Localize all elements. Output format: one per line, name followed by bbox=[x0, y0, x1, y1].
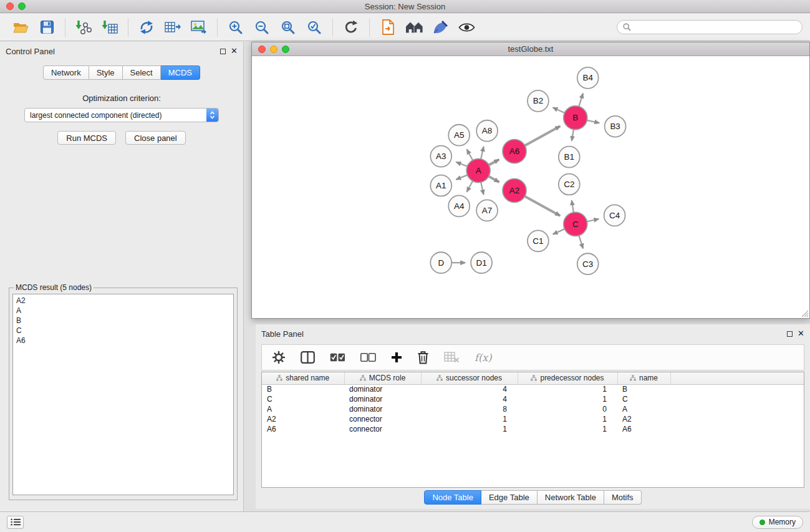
graph-node-B4[interactable]: B4 bbox=[577, 67, 599, 89]
tab-motifs[interactable]: Motifs bbox=[604, 490, 642, 505]
table-row[interactable]: Bdominator41B bbox=[262, 384, 804, 394]
import-network-button[interactable] bbox=[74, 17, 94, 38]
delete-table-button[interactable] bbox=[444, 348, 460, 367]
column-header-predecessor-nodes[interactable]: predecessor nodes bbox=[518, 372, 617, 384]
zoom-selected-button[interactable] bbox=[304, 17, 324, 38]
close-network-window-button[interactable] bbox=[258, 46, 266, 53]
graph-node-B3[interactable]: B3 bbox=[605, 116, 626, 137]
table-row[interactable]: A2connector11A2 bbox=[262, 414, 804, 424]
graph-node-B1[interactable]: B1 bbox=[559, 147, 580, 168]
tab-network-table[interactable]: Network Table bbox=[538, 490, 604, 505]
node-table[interactable]: shared nameMCDS rolesuccessor nodesprede… bbox=[261, 372, 804, 488]
zoom-window-button[interactable] bbox=[18, 2, 26, 10]
graph-node-B[interactable]: B bbox=[564, 106, 587, 130]
export-table-button[interactable] bbox=[163, 17, 183, 38]
graph-node-A[interactable]: A bbox=[466, 159, 490, 183]
tab-node-table[interactable]: Node Table bbox=[424, 490, 481, 505]
table-row[interactable]: Adominator80A bbox=[262, 404, 804, 414]
mcds-result-item[interactable]: A6 bbox=[16, 336, 230, 346]
tab-mcds[interactable]: MCDS bbox=[161, 65, 200, 80]
import-table-button[interactable] bbox=[100, 17, 120, 38]
float-table-panel-icon[interactable] bbox=[787, 331, 793, 337]
graph-edge-B-B2[interactable] bbox=[553, 107, 565, 113]
graph-edge-A6-B[interactable] bbox=[525, 126, 561, 145]
search-box[interactable] bbox=[617, 20, 803, 34]
graph-node-A5[interactable]: A5 bbox=[448, 125, 470, 146]
close-panel-button[interactable]: Close panel bbox=[125, 131, 186, 145]
mcds-result-item[interactable]: B bbox=[16, 316, 230, 326]
graph-node-A2[interactable]: A2 bbox=[503, 179, 526, 203]
mcds-result-list[interactable]: A2ABCA6 bbox=[12, 294, 234, 495]
export-image-button[interactable] bbox=[189, 17, 209, 38]
column-header-shared-name[interactable]: shared name bbox=[262, 372, 344, 384]
graph-node-A4[interactable]: A4 bbox=[448, 195, 470, 216]
graph-node-C[interactable]: C bbox=[564, 212, 587, 236]
column-header-successor-nodes[interactable]: successor nodes bbox=[421, 372, 518, 384]
tab-edge-table[interactable]: Edge Table bbox=[481, 490, 538, 505]
search-input[interactable] bbox=[635, 23, 796, 32]
column-header-name[interactable]: name bbox=[617, 372, 670, 384]
new-network-from-selection-button[interactable] bbox=[378, 17, 398, 38]
show-columns-button[interactable] bbox=[301, 348, 315, 367]
select-all-button[interactable] bbox=[330, 348, 345, 367]
memory-button[interactable]: Memory bbox=[752, 516, 803, 529]
graph-edge-C-C1[interactable] bbox=[553, 229, 565, 235]
tab-style[interactable]: Style bbox=[89, 65, 123, 80]
graph-edge-C-C4[interactable] bbox=[587, 219, 599, 221]
graph-node-C4[interactable]: C4 bbox=[604, 205, 625, 226]
criterion-dropdown[interactable]: largest connected component (directed) bbox=[24, 108, 219, 122]
graph-edge-A-A5[interactable] bbox=[467, 149, 473, 160]
graph-edge-A-A1[interactable] bbox=[456, 175, 467, 180]
graph-edge-B-B4[interactable] bbox=[579, 94, 583, 107]
network-window-titlebar[interactable]: testGlobe.txt bbox=[252, 42, 809, 56]
table-row[interactable]: A6connector11A6 bbox=[262, 424, 804, 434]
close-window-button[interactable] bbox=[6, 2, 14, 10]
delete-column-button[interactable] bbox=[417, 348, 429, 367]
tab-network[interactable]: Network bbox=[43, 65, 89, 80]
graph-edge-A-A2[interactable] bbox=[489, 177, 499, 182]
graph-edge-C-C2[interactable] bbox=[572, 200, 574, 212]
graph-node-A1[interactable]: A1 bbox=[430, 175, 451, 196]
graph-node-A6[interactable]: A6 bbox=[503, 140, 526, 163]
zoom-out-button[interactable] bbox=[252, 17, 272, 38]
graph-node-B2[interactable]: B2 bbox=[528, 90, 549, 112]
save-session-button[interactable] bbox=[37, 17, 57, 38]
network-canvas[interactable]: B4B2BB3A5A8A6B1A3AA1C2A2A4A7C4CC1C3DD1 bbox=[252, 57, 809, 318]
graph-node-A8[interactable]: A8 bbox=[476, 120, 498, 142]
show-hide-details-button[interactable] bbox=[456, 17, 476, 38]
deselect-all-button[interactable] bbox=[360, 348, 376, 367]
graph-node-D[interactable]: D bbox=[430, 252, 451, 273]
graph-node-C1[interactable]: C1 bbox=[528, 230, 549, 251]
graph-edge-C-C3[interactable] bbox=[579, 235, 583, 248]
graph-node-C3[interactable]: C3 bbox=[577, 253, 599, 274]
close-table-panel-icon[interactable]: ✕ bbox=[798, 331, 804, 337]
table-row[interactable]: Cdominator41C bbox=[262, 394, 804, 404]
graph-edge-B-B3[interactable] bbox=[587, 120, 599, 123]
status-menu-button[interactable] bbox=[7, 516, 24, 529]
graph-node-C2[interactable]: C2 bbox=[559, 174, 580, 195]
mcds-result-item[interactable]: C bbox=[16, 326, 230, 336]
graph-edge-A-A7[interactable] bbox=[481, 182, 483, 195]
minimize-network-window-button[interactable] bbox=[270, 46, 277, 53]
zoom-in-button[interactable] bbox=[226, 17, 246, 38]
graph-edge-B-B1[interactable] bbox=[572, 129, 574, 141]
graphics-details-button[interactable] bbox=[430, 17, 450, 38]
export-network-button[interactable] bbox=[137, 17, 157, 38]
open-session-button[interactable] bbox=[11, 17, 31, 38]
graph-edge-A-A6[interactable] bbox=[489, 160, 499, 165]
graph-node-D1[interactable]: D1 bbox=[471, 252, 492, 273]
tab-select[interactable]: Select bbox=[123, 65, 161, 80]
table-settings-button[interactable] bbox=[272, 348, 286, 367]
graph-edge-A-A4[interactable] bbox=[467, 181, 473, 191]
add-column-button[interactable] bbox=[391, 348, 402, 367]
graph-node-A3[interactable]: A3 bbox=[430, 146, 451, 167]
graph-node-A7[interactable]: A7 bbox=[476, 200, 498, 221]
run-mcds-button[interactable]: Run MCDS bbox=[57, 131, 116, 145]
mcds-result-item[interactable]: A bbox=[16, 306, 230, 316]
zoom-fit-button[interactable] bbox=[278, 17, 298, 38]
graph-edge-A-A8[interactable] bbox=[481, 147, 483, 159]
resize-grip-icon[interactable] bbox=[801, 310, 809, 317]
mcds-result-item[interactable]: A2 bbox=[16, 296, 230, 306]
column-header-MCDS-role[interactable]: MCDS role bbox=[344, 372, 421, 384]
zoom-network-window-button[interactable] bbox=[282, 46, 289, 53]
